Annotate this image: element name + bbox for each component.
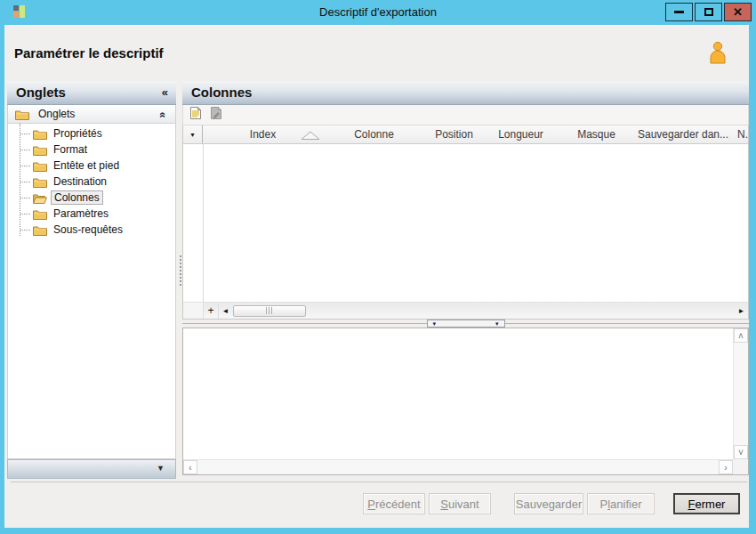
- sidebar-tree-panel: Onglets « Propriétés Format: [7, 105, 176, 459]
- open-folder-icon: [33, 192, 47, 204]
- sidebar-splitter-grip[interactable]: [180, 255, 181, 286]
- sidebar-item-label: Sous-requêtes: [51, 222, 125, 237]
- folder-icon: [33, 128, 47, 140]
- label-part: uivant: [448, 498, 479, 511]
- scrollbar-thumb[interactable]: [233, 305, 306, 317]
- page-title: Paramétrer le descriptif: [14, 45, 164, 61]
- close-button[interactable]: ✕: [724, 3, 752, 21]
- scroll-right-arrow[interactable]: ›: [719, 460, 733, 474]
- user-icon: [708, 41, 728, 69]
- tree-group-onglets[interactable]: Onglets «: [8, 105, 175, 124]
- scroll-left-arrow[interactable]: ‹: [183, 460, 197, 474]
- indicator-dropdown-icon: ▼: [189, 132, 196, 138]
- folder-icon: [33, 160, 47, 172]
- sidebar-item-parametres[interactable]: Paramètres: [8, 206, 175, 222]
- close-icon: ✕: [733, 6, 743, 18]
- row-indicator-header[interactable]: ▼: [183, 125, 203, 143]
- tabs-tree: Propriétés Format Entête et pied: [8, 124, 175, 238]
- window-controls: ✕: [665, 3, 752, 21]
- sidebar-item-label: Format: [51, 142, 90, 157]
- column-header-index[interactable]: Index: [203, 125, 323, 143]
- scroll-left-arrow[interactable]: ◄: [219, 303, 232, 319]
- sidebar-item-destination[interactable]: Destination: [8, 174, 175, 190]
- detail-text-panel[interactable]: ˄ ˅ ‹ ›: [182, 328, 749, 475]
- tree-group-label: Onglets: [38, 108, 75, 120]
- planifier-button[interactable]: Planifier: [587, 493, 655, 514]
- sidebar-item-sous-requetes[interactable]: Sous-requêtes: [8, 222, 175, 238]
- column-header-longueur[interactable]: Longueur: [483, 125, 559, 143]
- scroll-right-arrow[interactable]: ►: [735, 303, 748, 319]
- sauvegarder-button[interactable]: Sauvegarder: [514, 493, 583, 514]
- splitter-arrow-icon: ▾: [433, 320, 437, 327]
- sidebar-item-label: Propriétés: [51, 126, 105, 141]
- label-part: P: [600, 498, 608, 511]
- label-part: anifier: [610, 498, 641, 511]
- label-part: S: [440, 498, 448, 511]
- column-header-masque[interactable]: Masque: [559, 125, 634, 143]
- column-header-sauvegarder-dans[interactable]: Sauvegarder dan...: [634, 125, 732, 143]
- maximize-button[interactable]: [695, 3, 722, 21]
- column-header-colonne[interactable]: Colonne: [323, 125, 425, 143]
- grid-header-row: ▼ Index Colonne Position: [183, 125, 748, 144]
- new-descriptor-icon[interactable]: [189, 106, 203, 124]
- folder-icon: [33, 144, 47, 156]
- horizontal-scrollbar[interactable]: ‹ ›: [183, 459, 733, 474]
- grid-horizontal-scrollbar: + ◄ ►: [183, 302, 748, 319]
- horizontal-splitter[interactable]: ▾ ▾: [182, 320, 749, 328]
- main-panel-header: Colonnes: [182, 81, 749, 105]
- scroll-down-arrow[interactable]: ˅: [734, 445, 748, 459]
- sidebar-item-format[interactable]: Format: [8, 142, 175, 158]
- grid-toolbar: [182, 105, 749, 125]
- tree-connector: [20, 214, 30, 214]
- column-header-label: N...: [737, 128, 748, 141]
- sidebar-collapse-icon[interactable]: «: [162, 81, 168, 104]
- column-header-position[interactable]: Position: [425, 125, 483, 143]
- sidebar-footer-bar[interactable]: ▼: [7, 459, 176, 479]
- dialog-body: Paramétrer le descriptif Onglets « Ongle…: [4, 25, 749, 528]
- titlebar[interactable]: Descriptif d'exportation ✕: [0, 0, 756, 25]
- edit-descriptor-disabled-icon: [209, 106, 223, 124]
- chevron-down-icon: ▼: [157, 464, 165, 473]
- minimize-icon: [674, 11, 684, 13]
- label-part: P: [367, 498, 375, 511]
- indicator-column-line: [203, 144, 204, 302]
- column-header-label: Longueur: [498, 128, 543, 141]
- vertical-scrollbar[interactable]: ˄ ˅: [733, 328, 748, 459]
- minimize-button[interactable]: [665, 3, 693, 21]
- scrollbar-track[interactable]: [307, 303, 735, 319]
- sidebar-item-entete-et-pied[interactable]: Entête et pied: [8, 158, 175, 174]
- precedent-button[interactable]: Précédent: [363, 493, 425, 514]
- scrollbar-corner: [733, 459, 748, 474]
- column-header-label: Position: [435, 128, 473, 141]
- tree-connector: [20, 198, 30, 198]
- grid-empty-body[interactable]: [183, 144, 748, 302]
- folder-icon: [33, 208, 47, 220]
- sidebar-item-proprietes[interactable]: Propriétés: [8, 125, 175, 142]
- splitter-collapse-handle[interactable]: ▾ ▾: [427, 320, 505, 328]
- tree-connector: [20, 182, 30, 182]
- sidebar-item-colonnes[interactable]: Colonnes: [8, 190, 175, 206]
- label-part: récédent: [375, 498, 421, 511]
- grid-scroll-corner: [183, 303, 204, 319]
- column-header-label: Colonne: [354, 128, 394, 141]
- columns-grid: ▼ Index Colonne Position: [182, 125, 749, 320]
- sidebar-item-label: Destination: [51, 174, 109, 189]
- sidebar-title: Onglets: [16, 85, 66, 100]
- add-column-button[interactable]: +: [204, 303, 219, 319]
- sidebar-item-label: Colonnes: [51, 190, 103, 205]
- label-part: Sauvegarder: [516, 498, 582, 511]
- window-title: Descriptif d'exportation: [0, 0, 756, 25]
- group-collapse-icon[interactable]: «: [157, 112, 170, 118]
- maximize-icon: [704, 8, 713, 16]
- folder-icon: [15, 109, 29, 120]
- sidebar: Onglets « Onglets « Propriétés: [7, 81, 176, 479]
- column-header-truncated[interactable]: N...: [732, 125, 748, 143]
- sort-placeholder-icon: [301, 130, 320, 141]
- column-header-label: Sauvegarder dan...: [638, 128, 728, 141]
- sidebar-item-label: Paramètres: [51, 206, 111, 221]
- folder-icon: [33, 224, 47, 236]
- scroll-up-arrow[interactable]: ˄: [734, 328, 748, 343]
- tree-connector: [20, 150, 30, 150]
- fermer-button[interactable]: Fermer: [673, 493, 740, 514]
- suivant-button[interactable]: Suivant: [429, 493, 491, 514]
